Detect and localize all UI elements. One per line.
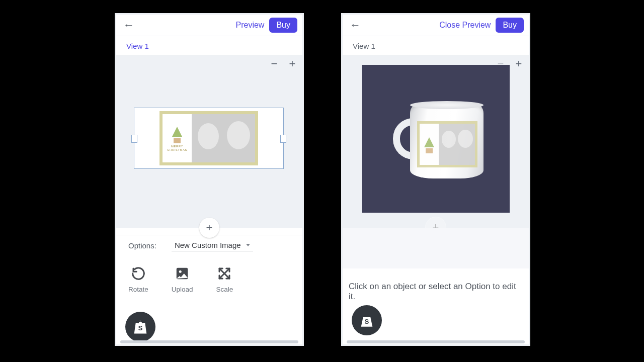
zoom-in-button[interactable]: + (513, 58, 525, 70)
product-preview-3d[interactable] (362, 65, 510, 213)
shop-badge[interactable]: S (125, 312, 155, 342)
tree-icon (424, 137, 434, 147)
mug-artwork (417, 121, 477, 167)
preview-lower-pane (343, 228, 529, 268)
card-greeting-text: MERRY CHRISTMAS (163, 145, 192, 151)
mug-photo-placeholder (439, 124, 475, 165)
image-icon (174, 265, 190, 282)
design-canvas[interactable]: − + MERRY CHRISTMAS + (116, 56, 302, 228)
svg-text:S: S (138, 324, 143, 332)
preview-canvas[interactable]: − + + (343, 56, 529, 228)
bottom-bar: S (343, 296, 529, 344)
top-bar: ← Preview Buy (116, 15, 302, 36)
options-label: Options: (128, 241, 156, 250)
top-bar: ← Close Preview Buy (343, 15, 529, 36)
zoom-in-button[interactable]: + (286, 58, 298, 70)
tool-upload[interactable]: Upload (172, 265, 193, 293)
tool-scale[interactable]: Scale (216, 265, 233, 293)
close-preview-button[interactable]: Close Preview (434, 19, 496, 32)
bottom-bar: S (116, 303, 302, 351)
tool-row: Rotate Upload Scale (116, 255, 302, 303)
options-dropdown[interactable]: New Custom Image (172, 240, 253, 251)
tool-rotate[interactable]: Rotate (128, 265, 148, 293)
horizontal-scrollbar[interactable] (347, 340, 525, 343)
add-element-button[interactable]: + (199, 218, 219, 238)
tab-view-1[interactable]: View 1 (353, 42, 375, 50)
card-left-column: MERRY CHRISTMAS (163, 114, 192, 162)
rotate-icon (130, 265, 146, 282)
resize-handle-left[interactable] (131, 135, 137, 143)
card-photo-placeholder[interactable] (192, 114, 255, 162)
buy-button[interactable]: Buy (269, 18, 297, 33)
shopping-bag-icon: S (132, 318, 149, 335)
preview-panel: ← Close Preview Buy View 1 − + (341, 13, 530, 346)
tree-icon (172, 127, 182, 137)
chevron-down-icon (246, 244, 250, 246)
shop-badge[interactable]: S (352, 305, 382, 335)
zoom-out-button[interactable]: − (268, 58, 280, 70)
card-template[interactable]: MERRY CHRISTMAS (159, 111, 258, 165)
preview-button[interactable]: Preview (231, 19, 270, 32)
views-tabbar: View 1 (343, 36, 529, 56)
tool-scale-label: Scale (216, 286, 233, 293)
shopping-bag-icon: S (358, 312, 375, 329)
options-row: Options: New Custom Image (116, 235, 302, 255)
svg-point-1 (179, 270, 182, 273)
svg-text:S: S (365, 318, 369, 325)
pot-icon (426, 148, 433, 153)
mug-mockup (393, 103, 484, 178)
tool-upload-label: Upload (172, 286, 193, 293)
resize-handle-right[interactable] (280, 135, 286, 143)
views-tabbar: View 1 (116, 36, 302, 56)
scale-icon (216, 265, 232, 282)
back-arrow-icon[interactable]: ← (348, 18, 363, 33)
editor-panel: ← Preview Buy View 1 − + MERRY CHRISTMAS… (115, 13, 304, 346)
back-arrow-icon[interactable]: ← (121, 18, 136, 33)
design-selection-frame[interactable]: MERRY CHRISTMAS (134, 108, 283, 168)
tab-view-1[interactable]: View 1 (126, 42, 149, 50)
buy-button[interactable]: Buy (496, 18, 524, 33)
tool-rotate-label: Rotate (128, 286, 148, 293)
options-selected-value: New Custom Image (175, 241, 241, 249)
pot-icon (174, 138, 181, 143)
horizontal-scrollbar[interactable] (120, 340, 298, 343)
